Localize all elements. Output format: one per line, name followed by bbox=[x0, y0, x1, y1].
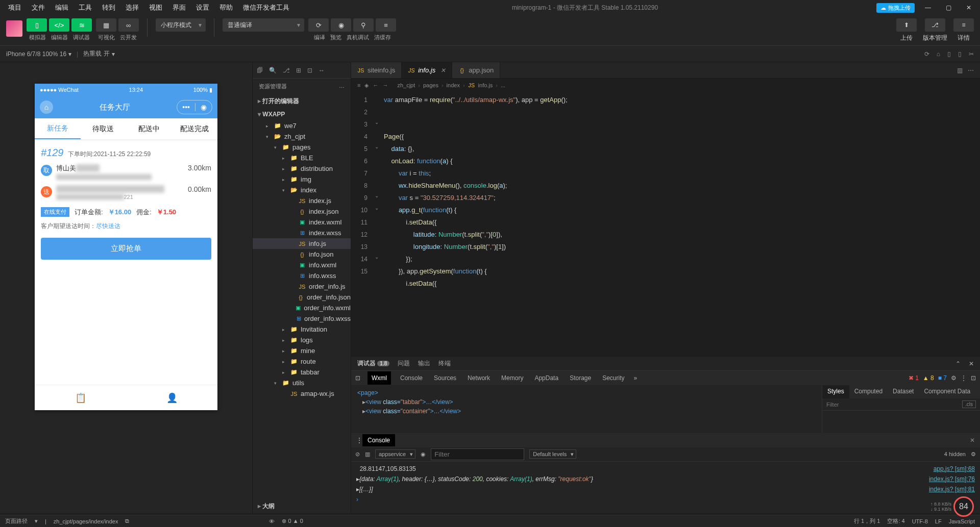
simulator-toggle[interactable]: ▯ bbox=[27, 18, 47, 32]
inspect-icon[interactable]: ⊡ bbox=[355, 374, 360, 382]
computed-tab[interactable]: Computed bbox=[849, 385, 888, 398]
file-order-info-wxml[interactable]: ▣order_info.wxml bbox=[253, 303, 351, 313]
file-info-wxss[interactable]: ⊞info.wxss bbox=[253, 270, 351, 281]
explorer-search-icon[interactable]: 🔍 bbox=[269, 67, 277, 74]
folder-zh-cjpt[interactable]: ▾📂zh_cjpt bbox=[253, 131, 351, 142]
more-tabs-icon[interactable]: » bbox=[634, 374, 638, 382]
file-amap-wx[interactable]: JSamap-wx.js bbox=[253, 388, 351, 399]
folder-index[interactable]: ▾📂index bbox=[253, 185, 351, 195]
eye-icon[interactable]: 👁 bbox=[269, 518, 275, 524]
menu-wechat[interactable]: 微信开发者工具 bbox=[239, 2, 293, 13]
wxml-panel[interactable]: <page> ▸<view class="tabbar">…</view> ▸<… bbox=[351, 385, 822, 433]
menu-goto[interactable]: 转到 bbox=[98, 2, 119, 13]
eol[interactable]: LF bbox=[935, 518, 942, 524]
folder-pages[interactable]: ▾📁pages bbox=[253, 142, 351, 153]
menu-project[interactable]: 项目 bbox=[4, 2, 26, 13]
file-order-info-json[interactable]: {}order_info.json bbox=[253, 292, 351, 303]
file-info-wxml[interactable]: ▣info.wxml bbox=[253, 260, 351, 270]
error-count[interactable]: ⊗ 0 ▲ 0 bbox=[282, 518, 303, 524]
compile-dropdown[interactable]: 普通编译 bbox=[223, 18, 304, 32]
drag-upload-badge[interactable]: ☁拖拽上传 bbox=[876, 3, 915, 13]
file-order-info-js[interactable]: JSorder_info.js bbox=[253, 281, 351, 292]
devtools-tab-debugger[interactable]: 调试器 1.8 bbox=[357, 359, 389, 368]
outline-section[interactable]: 大纲 bbox=[253, 499, 351, 513]
menu-tools[interactable]: 工具 bbox=[75, 2, 96, 13]
console-drawer-tab[interactable]: Console bbox=[362, 434, 395, 446]
devtools-tab-problems[interactable]: 问题 bbox=[398, 359, 410, 368]
minimize-button[interactable]: — bbox=[921, 1, 935, 15]
tab-done[interactable]: 配送完成 bbox=[172, 118, 218, 139]
devtools-appdata[interactable]: AppData bbox=[532, 374, 560, 382]
devtools-tab-output[interactable]: 输出 bbox=[418, 359, 430, 368]
upload-button[interactable]: ⬆ bbox=[896, 18, 917, 32]
mute-icon[interactable]: ▯ bbox=[958, 51, 962, 58]
cut-icon[interactable]: ✂ bbox=[969, 51, 974, 58]
preview-button[interactable]: ◉ bbox=[331, 18, 351, 32]
split-icon[interactable]: ▥ bbox=[957, 67, 963, 74]
cursor-pos[interactable]: 行 1，列 1 bbox=[854, 517, 880, 525]
mode-dropdown[interactable]: 小程序模式 bbox=[156, 18, 206, 32]
close-icon[interactable]: ✕ bbox=[969, 360, 974, 367]
devtools-security[interactable]: Security bbox=[600, 374, 626, 382]
sidebar-icon[interactable]: ▥ bbox=[365, 451, 370, 458]
menu-edit[interactable]: 编辑 bbox=[51, 2, 72, 13]
menu-help[interactable]: 帮助 bbox=[215, 2, 237, 13]
explorer-more[interactable]: … bbox=[339, 83, 345, 90]
menu-view[interactable]: 视图 bbox=[145, 2, 166, 13]
devtools-memory[interactable]: Memory bbox=[499, 374, 525, 382]
popout-icon[interactable]: ⊡ bbox=[971, 374, 976, 382]
nav-profile-icon[interactable]: 👤 bbox=[126, 385, 217, 410]
file-info-js[interactable]: JSinfo.js bbox=[253, 238, 351, 249]
devtools-sources[interactable]: Sources bbox=[432, 374, 458, 382]
editor-tab-app-json[interactable]: {}app.json bbox=[452, 62, 500, 78]
menu-file[interactable]: 文件 bbox=[28, 2, 49, 13]
nav-orders-icon[interactable]: 📋 bbox=[35, 385, 126, 410]
explorer-git-icon[interactable]: ⎇ bbox=[283, 67, 290, 74]
more-icon[interactable]: ⋯ bbox=[968, 67, 974, 74]
file-index-wxml[interactable]: ▣index.wxml bbox=[253, 217, 351, 228]
folder-img[interactable]: ▸📁img bbox=[253, 174, 351, 185]
devtools-wxml[interactable]: Wxml bbox=[368, 371, 391, 385]
file-order-info-wxss[interactable]: ⊞order_info.wxss bbox=[253, 313, 351, 324]
cls-button[interactable]: .cls bbox=[962, 400, 976, 408]
folder-distribution[interactable]: ▸📁distribution bbox=[253, 163, 351, 174]
clear-cache-button[interactable]: ≡ bbox=[376, 18, 396, 32]
chevron-up-icon[interactable]: ⌃ bbox=[955, 360, 961, 367]
console-body[interactable]: 28.81147,105.83135app.js? [sm]:68 ▸ {dat… bbox=[351, 462, 980, 514]
folder-we7[interactable]: ▸📁we7 bbox=[253, 120, 351, 131]
folder-ble[interactable]: ▸📁BLE bbox=[253, 153, 351, 163]
compile-button[interactable]: ⟳ bbox=[308, 18, 329, 32]
maximize-button[interactable]: ▢ bbox=[941, 1, 955, 15]
details-button[interactable]: ≡ bbox=[953, 18, 974, 32]
folder-invitation[interactable]: ▸📁Invitation bbox=[253, 324, 351, 335]
explorer-files-icon[interactable]: 🗐 bbox=[257, 67, 263, 74]
spaces[interactable]: 空格: 4 bbox=[887, 517, 904, 525]
performance-score[interactable]: 84 bbox=[953, 496, 974, 517]
folder-route[interactable]: ▸📁route bbox=[253, 356, 351, 367]
page-path[interactable]: zh_cjpt/pages/index/index bbox=[54, 518, 118, 524]
menu-select[interactable]: 选择 bbox=[121, 2, 143, 13]
remote-debug-button[interactable]: ⚲ bbox=[353, 18, 374, 32]
explorer-more-icon[interactable]: ⊡ bbox=[307, 67, 312, 74]
dock-icon[interactable]: ⋮ bbox=[961, 374, 967, 382]
device-dropdown[interactable]: iPhone 6/7/8 100% 16▾ bbox=[6, 51, 71, 58]
context-dropdown[interactable]: appservice bbox=[375, 449, 415, 459]
file-index-wxss[interactable]: ⊞index.wxss bbox=[253, 228, 351, 238]
gear-icon[interactable]: ⚙ bbox=[951, 374, 957, 382]
encoding[interactable]: UTF-8 bbox=[912, 518, 928, 524]
language[interactable]: JavaScript bbox=[949, 518, 975, 524]
devtools-storage[interactable]: Storage bbox=[568, 374, 593, 382]
tab-new[interactable]: 新任务 bbox=[35, 118, 81, 139]
tab-delivering[interactable]: 配送中 bbox=[126, 118, 172, 139]
close-icon[interactable]: ✕ bbox=[440, 67, 446, 74]
open-editors-section[interactable]: 打开的编辑器 bbox=[253, 94, 351, 108]
file-info-json[interactable]: {}info.json bbox=[253, 249, 351, 260]
capsule[interactable]: •••◉ bbox=[177, 100, 212, 114]
root-section[interactable]: WXAPP bbox=[253, 108, 351, 120]
home-icon[interactable]: ⌂ bbox=[937, 51, 940, 58]
clear-console-icon[interactable]: ⊘ bbox=[355, 451, 360, 458]
folder-tabbar[interactable]: ▸📁tabbar bbox=[253, 367, 351, 378]
avatar[interactable] bbox=[6, 20, 22, 37]
menu-settings[interactable]: 设置 bbox=[192, 2, 213, 13]
back-icon[interactable]: ▯ bbox=[947, 51, 951, 58]
